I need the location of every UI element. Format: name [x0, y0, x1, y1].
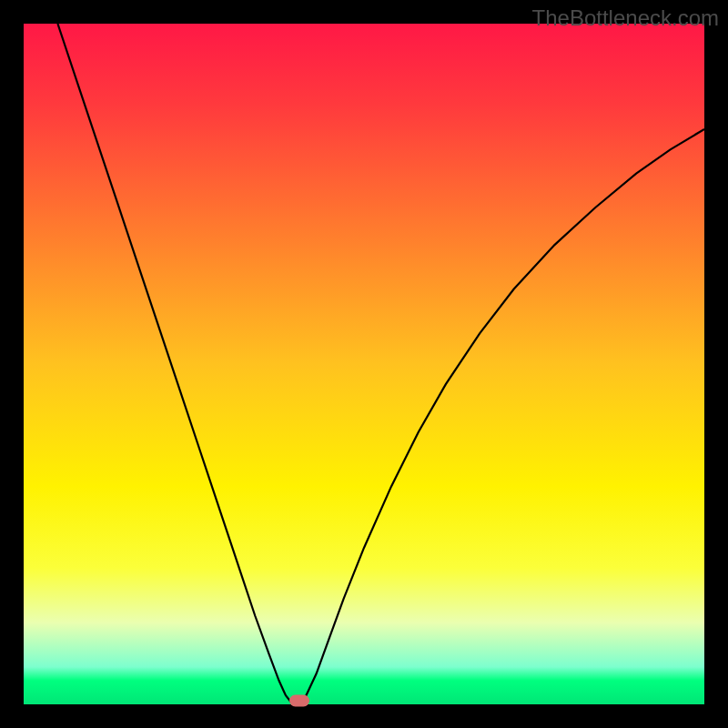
curve-layer — [24, 24, 704, 704]
optimum-marker — [289, 694, 309, 706]
plot-area — [24, 24, 704, 704]
watermark-text: TheBottleneck.com — [532, 5, 719, 31]
bottleneck-curve — [57, 24, 704, 704]
